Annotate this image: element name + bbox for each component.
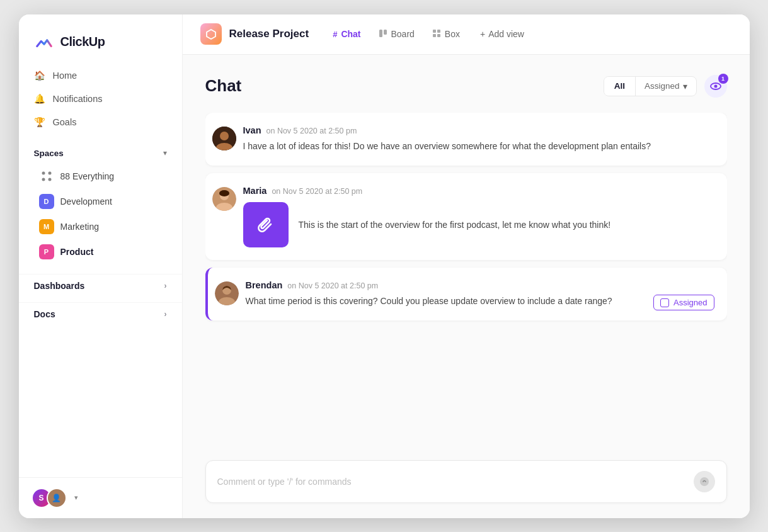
messages-list: Ivan on Nov 5 2020 at 2:50 pm I have a l… xyxy=(205,113,727,455)
ivan-avatar-wrap xyxy=(205,125,243,150)
docs-item[interactable]: Docs › xyxy=(19,302,182,325)
project-title: Release Project xyxy=(229,28,309,40)
sidebar-bottom: S 👤 ▾ xyxy=(19,477,182,518)
sidebar-item-goals[interactable]: 🏆 Goals xyxy=(26,111,175,133)
plus-icon: + xyxy=(480,29,485,39)
sidebar-item-notifications[interactable]: 🔔 Notifications xyxy=(26,88,175,110)
watch-badge: 1 xyxy=(718,74,728,84)
chat-header: Chat All Assigned ▾ 1 xyxy=(205,75,727,98)
chat-title: Chat xyxy=(205,76,242,96)
development-badge: D xyxy=(39,194,54,209)
maria-message-meta: Maria on Nov 5 2020 at 2:50 pm xyxy=(243,186,714,196)
filter-assigned-button[interactable]: Assigned ▾ xyxy=(635,77,696,96)
space-item-development[interactable]: D Development xyxy=(34,190,167,213)
spaces-section: Spaces ▾ 88 Everything xyxy=(19,146,182,269)
user-avatars[interactable]: S 👤 xyxy=(32,488,67,508)
dashboards-item[interactable]: Dashboards › xyxy=(19,274,182,297)
app-container: ClickUp 🏠 Home 🔔 Notifications 🏆 Goals S… xyxy=(19,14,750,518)
chat-input-placeholder: Comment or type '/' for commands xyxy=(217,477,352,487)
svg-point-1 xyxy=(48,171,51,174)
assigned-checkbox[interactable] xyxy=(660,298,669,307)
watch-button[interactable]: 1 xyxy=(704,75,727,98)
brendan-text: What time period is this covering? Could… xyxy=(246,294,714,308)
user-dropdown-arrow[interactable]: ▾ xyxy=(74,494,78,502)
chevron-down-icon: ▾ xyxy=(163,149,167,157)
space-item-marketing[interactable]: M Marketing xyxy=(34,215,167,239)
svg-point-19 xyxy=(219,190,229,196)
maria-time: on Nov 5 2020 at 2:50 pm xyxy=(272,187,362,196)
spaces-section-header[interactable]: Spaces ▾ xyxy=(34,146,167,161)
brendan-avatar-wrap xyxy=(208,280,246,305)
send-icon xyxy=(699,477,709,487)
home-icon: 🏠 xyxy=(34,71,45,81)
message-card-maria: Maria on Nov 5 2020 at 2:50 pm This is t… xyxy=(205,173,727,260)
space-item-product[interactable]: P Product xyxy=(34,240,167,264)
brendan-avatar xyxy=(215,281,239,305)
filter-all-button[interactable]: All xyxy=(604,77,635,95)
svg-point-12 xyxy=(714,84,717,88)
maria-message-body: Maria on Nov 5 2020 at 2:50 pm This is t… xyxy=(243,186,714,247)
tab-board[interactable]: Board xyxy=(370,25,423,43)
product-badge: P xyxy=(39,244,54,259)
clickup-logo-icon xyxy=(34,32,54,52)
brendan-author: Brendan xyxy=(246,280,283,290)
maria-author: Maria xyxy=(243,186,267,196)
svg-rect-10 xyxy=(437,34,440,37)
ivan-time: on Nov 5 2020 at 2:50 pm xyxy=(267,127,357,135)
ivan-text: I have a lot of ideas for this! Do we ha… xyxy=(243,139,714,153)
message-card-brendan: Brendan on Nov 5 2020 at 2:50 pm What ti… xyxy=(205,268,727,320)
goals-icon: 🏆 xyxy=(34,117,45,128)
svg-point-2 xyxy=(42,178,45,181)
brendan-message-meta: Brendan on Nov 5 2020 at 2:50 pm xyxy=(246,280,714,290)
everything-icon xyxy=(39,169,54,184)
svg-point-3 xyxy=(48,178,51,181)
spaces-list: 88 Everything D Development M Marketing … xyxy=(34,164,167,264)
tab-chat[interactable]: # Chat xyxy=(324,25,369,43)
sidebar-item-home[interactable]: 🏠 Home xyxy=(26,65,175,87)
chat-input-wrap: Comment or type '/' for commands xyxy=(205,460,727,503)
message-card-ivan: Ivan on Nov 5 2020 at 2:50 pm I have a l… xyxy=(205,113,727,166)
ivan-message-body: Ivan on Nov 5 2020 at 2:50 pm I have a l… xyxy=(243,125,714,153)
brendan-message-body: Brendan on Nov 5 2020 at 2:50 pm What ti… xyxy=(246,280,714,308)
paperclip-icon xyxy=(256,215,275,234)
chat-input-bar: Comment or type '/' for commands xyxy=(205,460,727,503)
marketing-badge: M xyxy=(39,219,54,234)
assigned-badge[interactable]: Assigned xyxy=(653,295,714,310)
chat-header-right: All Assigned ▾ 1 xyxy=(604,75,727,98)
hash-icon: # xyxy=(333,30,337,39)
chevron-right-icon: › xyxy=(164,281,167,290)
send-button[interactable] xyxy=(694,471,715,492)
filter-group: All Assigned ▾ xyxy=(604,76,697,96)
maria-avatar-wrap xyxy=(205,186,243,211)
topbar: Release Project # Chat Board Box xyxy=(183,14,750,55)
svg-rect-6 xyxy=(384,30,387,35)
svg-rect-7 xyxy=(433,30,436,33)
ivan-avatar-svg xyxy=(212,127,236,150)
space-item-everything[interactable]: 88 Everything xyxy=(34,164,167,188)
svg-point-14 xyxy=(220,132,229,140)
ivan-author: Ivan xyxy=(243,125,261,135)
notifications-icon: 🔔 xyxy=(34,94,45,105)
svg-point-23 xyxy=(700,477,709,486)
logo-text: ClickUp xyxy=(60,35,105,49)
sidebar-nav: 🏠 Home 🔔 Notifications 🏆 Goals xyxy=(19,65,182,133)
tab-box[interactable]: Box xyxy=(423,25,469,43)
board-icon xyxy=(379,29,387,40)
ivan-avatar xyxy=(212,127,236,150)
maria-avatar xyxy=(212,187,236,211)
chevron-right-icon: › xyxy=(164,310,167,319)
svg-point-0 xyxy=(42,171,45,174)
add-view-button[interactable]: + Add view xyxy=(471,25,533,43)
svg-rect-5 xyxy=(379,30,382,37)
logo-area: ClickUp xyxy=(19,14,182,65)
ivan-message-meta: Ivan on Nov 5 2020 at 2:50 pm xyxy=(243,125,714,135)
main-area: Release Project # Chat Board Box xyxy=(183,14,750,518)
attachment-icon[interactable] xyxy=(243,202,289,247)
maria-avatar-svg xyxy=(212,187,236,211)
svg-marker-4 xyxy=(207,30,215,39)
project-icon xyxy=(200,23,222,45)
maria-text: This is the start of the overview for th… xyxy=(299,218,611,232)
svg-rect-8 xyxy=(437,30,440,33)
chevron-down-icon: ▾ xyxy=(683,81,687,91)
svg-rect-9 xyxy=(433,34,436,37)
